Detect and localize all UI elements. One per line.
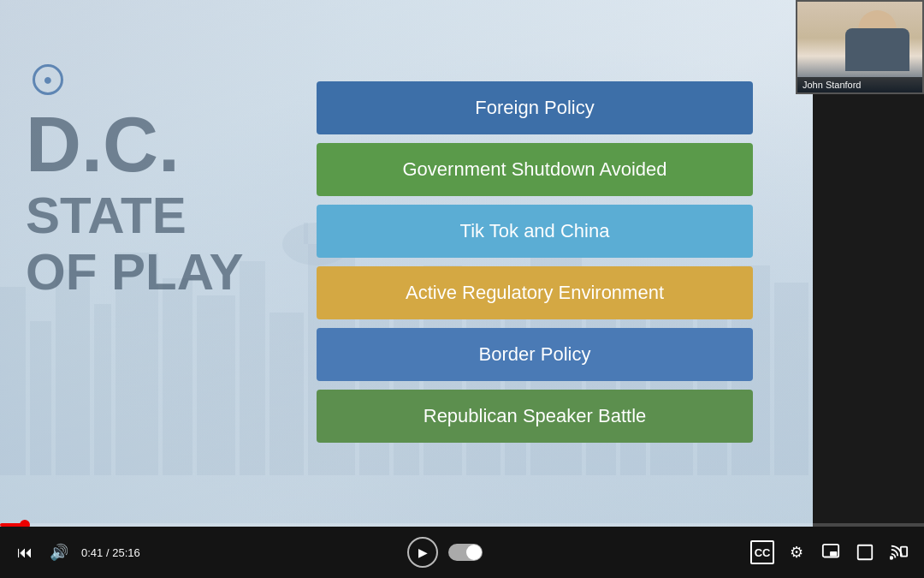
menu-item-government-shutdown[interactable]: Government Shutdown Avoided (317, 143, 753, 196)
miniplayer-button[interactable] (819, 540, 843, 564)
title-line3: OF PLAY (26, 244, 244, 301)
cast-icon (890, 543, 909, 562)
settings-button[interactable]: ⚙ (785, 540, 808, 564)
autoplay-toggle[interactable] (448, 544, 483, 561)
presentation-title: D.C. STATE OF PLAY (26, 103, 244, 301)
title-line1: D.C. (26, 103, 244, 188)
svg-rect-26 (858, 545, 873, 560)
participant-thumbnail: John Stanford (796, 0, 924, 94)
total-time: 25:16 (112, 546, 140, 559)
svg-rect-8 (270, 313, 304, 475)
slide-background: ● D.C. STATE OF PLAY Foreign Policy Gove… (0, 0, 813, 527)
current-time: 0:41 (81, 546, 103, 559)
volume-button[interactable]: 🔊 (47, 540, 71, 564)
svg-rect-2 (56, 270, 90, 475)
menu-panel: Foreign Policy Government Shutdown Avoid… (317, 81, 753, 443)
controls-bar: ⏮ 🔊 0:41 / 25:16 ▶ CC ⚙ (0, 527, 924, 578)
fullscreen-button[interactable] (853, 540, 877, 564)
skip-back-button[interactable]: ⏮ (13, 540, 37, 564)
menu-item-border-policy[interactable]: Border Policy (317, 328, 753, 381)
toggle-knob (466, 545, 482, 560)
svg-rect-23 (304, 223, 308, 244)
menu-item-regulatory[interactable]: Active Regulatory Environment (317, 266, 753, 319)
participant-body (845, 28, 909, 71)
svg-rect-3 (94, 304, 111, 475)
logo-icon: ● (33, 64, 63, 95)
svg-rect-1 (30, 321, 51, 475)
svg-rect-21 (774, 283, 808, 475)
svg-point-27 (890, 557, 892, 559)
time-display: 0:41 / 25:16 (81, 546, 140, 559)
menu-item-republican-speaker[interactable]: Republican Speaker Battle (317, 390, 753, 443)
svg-rect-25 (830, 551, 837, 557)
menu-item-foreign-policy[interactable]: Foreign Policy (317, 81, 753, 134)
cast-button[interactable] (887, 540, 911, 564)
svg-rect-5 (163, 278, 192, 475)
menu-item-tiktok[interactable]: Tik Tok and China (317, 205, 753, 258)
miniplayer-icon (821, 543, 840, 562)
svg-rect-6 (197, 295, 235, 475)
fullscreen-icon (856, 543, 874, 562)
time-separator: / (106, 546, 110, 559)
participant-name: John Stanford (797, 77, 922, 92)
cc-button[interactable]: CC (750, 540, 774, 564)
title-line2: STATE (26, 188, 244, 244)
play-pause-button[interactable]: ▶ (407, 537, 438, 568)
video-player: ● D.C. STATE OF PLAY Foreign Policy Gove… (0, 0, 924, 578)
svg-rect-0 (0, 287, 26, 475)
